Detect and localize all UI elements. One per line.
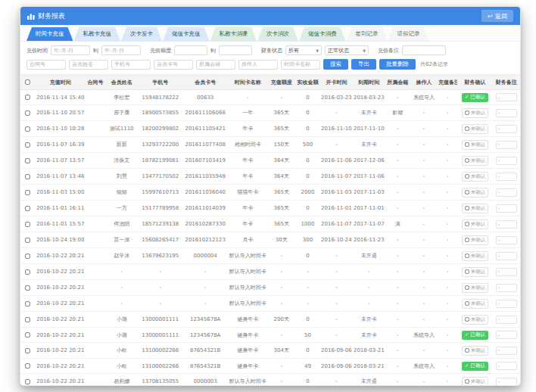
confirm-checkbox[interactable] bbox=[465, 285, 469, 290]
finance-note-input[interactable] bbox=[496, 93, 517, 101]
quota-from-input[interactable] bbox=[174, 45, 207, 55]
finance-note-input[interactable] bbox=[496, 284, 517, 292]
finance-note-input[interactable] bbox=[496, 236, 517, 244]
unconfirmed-toggle[interactable]: 未确认 bbox=[462, 108, 489, 118]
tab-3[interactable]: 次卡发卡 bbox=[121, 27, 162, 41]
confirmed-badge[interactable]: ✓ 已确认 bbox=[462, 93, 488, 102]
finance-note-input[interactable] bbox=[496, 173, 517, 181]
row-checkbox[interactable] bbox=[25, 110, 30, 116]
unconfirmed-toggle[interactable]: 未确认 bbox=[462, 251, 489, 261]
normal-state-select[interactable]: 正常状态 ▼ bbox=[325, 45, 369, 55]
finance-note-input[interactable] bbox=[496, 109, 517, 117]
row-checkbox[interactable] bbox=[25, 174, 30, 179]
row-checkbox[interactable] bbox=[25, 142, 30, 148]
filter-input-5[interactable] bbox=[196, 60, 235, 70]
tab-2[interactable]: 私教卡充值 bbox=[74, 27, 121, 41]
row-checkbox[interactable] bbox=[25, 126, 30, 132]
recharge-date-to-input[interactable] bbox=[101, 45, 141, 55]
unconfirmed-toggle[interactable]: 未确认 bbox=[462, 140, 489, 150]
unconfirmed-toggle[interactable]: 未确认 bbox=[462, 283, 489, 293]
filter-input-4[interactable] bbox=[154, 60, 193, 70]
unconfirmed-toggle[interactable]: 未确认 bbox=[462, 124, 489, 134]
row-checkbox[interactable] bbox=[25, 238, 30, 243]
finance-note-input[interactable] bbox=[496, 188, 517, 197]
row-checkbox[interactable] bbox=[25, 285, 30, 291]
recharge-date-from-input[interactable] bbox=[51, 45, 90, 55]
unconfirmed-toggle[interactable]: 未确认 bbox=[462, 204, 489, 213]
confirm-checkbox[interactable] bbox=[465, 254, 469, 258]
confirmed-badge[interactable]: ✓ 已确认 bbox=[462, 362, 488, 371]
row-checkbox[interactable] bbox=[25, 332, 30, 338]
search-button[interactable]: 搜索 bbox=[323, 59, 348, 70]
row-checkbox[interactable] bbox=[25, 269, 30, 275]
batch-delete-button[interactable]: 批量删除 bbox=[379, 59, 416, 70]
tab-7[interactable]: 储值卡消费 bbox=[299, 27, 346, 41]
confirm-checkbox[interactable] bbox=[465, 269, 469, 274]
finance-note-input[interactable] bbox=[496, 125, 517, 133]
filter-input-2[interactable] bbox=[69, 60, 108, 70]
row-checkbox[interactable] bbox=[25, 317, 30, 322]
unconfirmed-toggle[interactable]: 未确认 bbox=[462, 377, 489, 387]
select-all-checkbox[interactable] bbox=[25, 79, 30, 85]
unconfirmed-toggle[interactable]: 未确认 bbox=[462, 235, 489, 245]
row-checkbox[interactable] bbox=[25, 190, 30, 195]
confirm-checkbox[interactable] bbox=[465, 379, 469, 384]
row-checkbox[interactable] bbox=[25, 158, 30, 163]
confirm-checkbox[interactable] bbox=[465, 174, 469, 179]
confirmed-badge[interactable]: ✓ 已确认 bbox=[462, 331, 488, 340]
finance-note-input[interactable] bbox=[496, 378, 517, 386]
finance-state-select[interactable]: 所有 ▼ bbox=[285, 45, 322, 55]
confirm-checkbox[interactable] bbox=[465, 126, 469, 131]
row-checkbox[interactable] bbox=[25, 379, 30, 384]
row-checkbox[interactable] bbox=[25, 363, 30, 369]
finance-note-input[interactable] bbox=[496, 316, 517, 324]
confirm-checkbox[interactable] bbox=[465, 158, 469, 163]
row-checkbox[interactable] bbox=[25, 301, 30, 306]
row-checkbox[interactable] bbox=[25, 348, 30, 353]
filter-input-3[interactable] bbox=[111, 60, 151, 70]
tab-4[interactable]: 储值卡充值 bbox=[163, 27, 210, 41]
finance-note-input[interactable] bbox=[496, 157, 517, 165]
row-checkbox[interactable] bbox=[25, 254, 30, 259]
tab-1[interactable]: 时间卡充值 bbox=[26, 27, 73, 41]
finance-note-input[interactable] bbox=[496, 347, 517, 355]
tab-9[interactable]: 请假记录 bbox=[388, 27, 429, 41]
row-checkbox[interactable] bbox=[25, 95, 30, 100]
finance-note-input[interactable] bbox=[496, 204, 517, 213]
row-checkbox[interactable] bbox=[25, 206, 30, 211]
finance-note-input[interactable] bbox=[496, 141, 517, 149]
filter-input-1[interactable] bbox=[26, 60, 66, 70]
confirm-checkbox[interactable] bbox=[465, 238, 469, 242]
tab-5[interactable]: 私教卡消课 bbox=[210, 27, 257, 41]
filter-input-6[interactable] bbox=[238, 60, 278, 70]
confirm-checkbox[interactable] bbox=[465, 317, 469, 322]
unconfirmed-toggle[interactable]: 未确认 bbox=[462, 315, 489, 325]
finance-note-input[interactable] bbox=[496, 220, 517, 229]
unconfirmed-toggle[interactable]: 未确认 bbox=[462, 299, 489, 309]
filter-input-7[interactable] bbox=[281, 60, 320, 70]
confirm-checkbox[interactable] bbox=[465, 301, 469, 306]
confirm-checkbox[interactable] bbox=[465, 142, 469, 147]
finance-note-input[interactable] bbox=[496, 252, 517, 260]
export-button[interactable]: 导出 bbox=[351, 59, 376, 70]
back-button[interactable]: ↩ 返回 bbox=[481, 10, 513, 22]
recharge-note-input[interactable] bbox=[402, 45, 446, 55]
unconfirmed-toggle[interactable]: 未确认 bbox=[462, 172, 489, 182]
confirm-checkbox[interactable] bbox=[465, 348, 469, 353]
unconfirmed-toggle[interactable]: 未确认 bbox=[462, 188, 489, 198]
finance-note-input[interactable] bbox=[496, 331, 517, 339]
confirm-checkbox[interactable] bbox=[465, 222, 469, 226]
row-checkbox[interactable] bbox=[25, 222, 30, 227]
finance-note-input[interactable] bbox=[496, 300, 517, 308]
confirm-checkbox[interactable] bbox=[465, 190, 469, 194]
unconfirmed-toggle[interactable]: 未确认 bbox=[462, 267, 489, 277]
confirm-checkbox[interactable] bbox=[465, 206, 469, 210]
unconfirmed-toggle[interactable]: 未确认 bbox=[462, 219, 489, 229]
tab-8[interactable]: 签到记录 bbox=[347, 27, 388, 41]
unconfirmed-toggle[interactable]: 未确认 bbox=[462, 346, 489, 356]
quota-to-input[interactable] bbox=[219, 45, 252, 55]
finance-note-input[interactable] bbox=[496, 268, 517, 276]
finance-note-input[interactable] bbox=[496, 362, 517, 370]
confirm-checkbox[interactable] bbox=[465, 110, 469, 115]
tab-6[interactable]: 次卡消次 bbox=[257, 27, 298, 41]
